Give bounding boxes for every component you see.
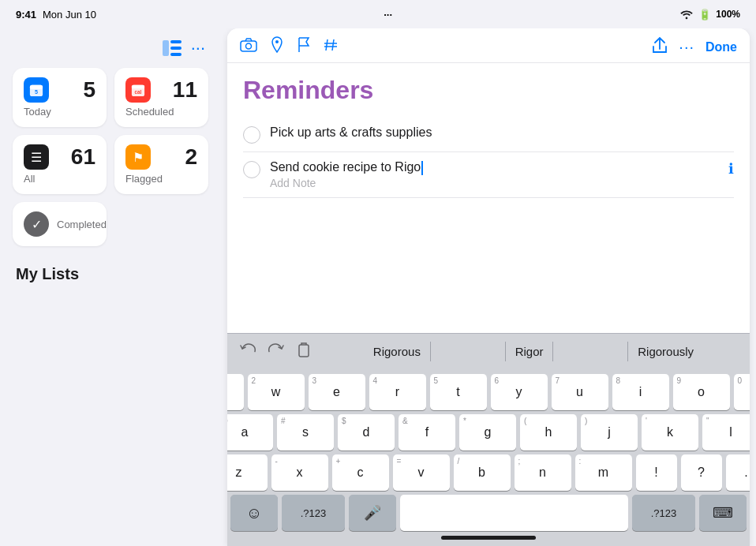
autocomplete-actions <box>237 340 314 363</box>
key-t[interactable]: 5t <box>430 374 487 410</box>
completed-icon: ✓ <box>24 211 49 237</box>
home-indicator <box>441 536 536 540</box>
svg-rect-17 <box>299 345 309 357</box>
camera-icon[interactable] <box>240 38 257 56</box>
all-card[interactable]: ☰ 61 All <box>13 135 107 194</box>
key-k[interactable]: 'k <box>642 414 698 451</box>
sidebar-toggle-icon[interactable] <box>163 40 182 56</box>
svg-rect-10 <box>241 41 256 51</box>
key-exclaim[interactable]: ! <box>636 454 677 491</box>
key-r[interactable]: 4r <box>369 374 426 410</box>
keyboard-row-1: tab 1q 2w 3e 4r 5t 6y 7u 8i 9o 0p delete <box>230 374 747 410</box>
keyboard-row-2: caps lock @a #s $d &f *g (h )j 'k "l ret… <box>230 414 747 451</box>
keyboard-row-3: shift %z -x +c =v /b ;n :m ! ? . shift <box>230 454 747 491</box>
today-count: 5 <box>83 79 95 101</box>
svg-point-11 <box>246 43 252 49</box>
key-v[interactable]: =v <box>393 454 450 491</box>
status-date: Mon Jun 10 <box>43 9 96 21</box>
status-right: 🔋 100% <box>679 9 740 21</box>
scheduled-label: Scheduled <box>125 106 197 118</box>
all-icon: ☰ <box>24 144 49 170</box>
key-p[interactable]: 0p <box>734 374 750 410</box>
completed-card[interactable]: ✓ Completed <box>13 202 107 246</box>
svg-line-14 <box>332 39 334 50</box>
my-lists-label: My Lists <box>13 262 208 286</box>
svg-rect-0 <box>163 40 169 56</box>
smart-lists-grid: 5 5 Today cal 11 Scheduled <box>13 68 208 194</box>
key-n[interactable]: ;n <box>515 454 571 491</box>
key-z[interactable]: %z <box>227 454 268 491</box>
key-q[interactable]: 1q <box>227 374 244 410</box>
suggestion-0[interactable]: Rigorous <box>364 342 431 361</box>
key-d[interactable]: $d <box>338 414 395 451</box>
flag-icon[interactable] <box>297 37 311 57</box>
key-i[interactable]: 8i <box>612 374 669 410</box>
microphone-key[interactable]: 🎤 <box>349 495 396 531</box>
share-icon[interactable] <box>652 36 668 58</box>
key-x[interactable]: -x <box>271 454 328 491</box>
space-key[interactable] <box>400 495 628 531</box>
scheduled-count: 11 <box>173 79 197 101</box>
hashtag-icon[interactable] <box>324 38 338 56</box>
key-l[interactable]: "l <box>702 414 750 451</box>
key-s[interactable]: #s <box>277 414 334 451</box>
key-h[interactable]: (h <box>520 414 577 451</box>
key-a[interactable]: @a <box>227 414 273 451</box>
svg-text:5: 5 <box>35 88 38 95</box>
battery-icon: 🔋 <box>698 9 711 21</box>
key-o[interactable]: 9o <box>673 374 730 410</box>
completed-label: Completed <box>57 219 107 230</box>
emoji-key[interactable]: ☺ <box>230 495 278 531</box>
reminder-text-1: Pick up arts & crafts supplies <box>270 125 734 140</box>
cursor <box>421 161 423 175</box>
undo-button[interactable] <box>237 341 259 362</box>
reminders-title: Reminders <box>243 76 734 105</box>
svg-rect-8 <box>132 85 144 89</box>
today-card[interactable]: 5 5 Today <box>13 68 107 127</box>
location-icon[interactable] <box>270 36 284 58</box>
scheduled-icon: cal <box>125 77 151 103</box>
sidebar: ··· 5 5 Today cal <box>0 28 221 546</box>
status-bar: 9:41 Mon Jun 10 ··· 🔋 100% <box>0 0 756 28</box>
suggestion-1[interactable]: Rigor <box>505 342 554 361</box>
add-note-field[interactable]: Add Note <box>270 177 719 189</box>
key-w[interactable]: 2w <box>248 374 305 410</box>
svg-rect-2 <box>170 47 182 50</box>
num-sym-key-right[interactable]: .?123 <box>632 495 695 531</box>
reminder-checkbox-1[interactable] <box>243 126 260 144</box>
key-m[interactable]: :m <box>575 454 632 491</box>
dot-menu: ··· <box>384 9 392 21</box>
today-icon: 5 <box>24 77 49 103</box>
scheduled-card[interactable]: cal 11 Scheduled <box>114 68 208 127</box>
sidebar-icons: ··· <box>163 38 205 58</box>
today-label: Today <box>24 106 95 118</box>
detail-pane: ··· Done Reminders Pick up arts & crafts… <box>227 28 750 546</box>
info-button-2[interactable]: ℹ <box>728 160 734 178</box>
more-actions-icon[interactable]: ··· <box>679 38 694 56</box>
svg-rect-1 <box>170 40 182 43</box>
paste-button[interactable] <box>294 340 314 363</box>
flagged-card[interactable]: ⚑ 2 Flagged <box>114 135 208 194</box>
wifi-icon <box>679 9 694 20</box>
key-j[interactable]: )j <box>581 414 638 451</box>
sidebar-more-icon[interactable]: ··· <box>191 38 205 58</box>
keyboard: tab 1q 2w 3e 4r 5t 6y 7u 8i 9o 0p delete… <box>227 369 750 546</box>
key-y[interactable]: 6y <box>491 374 548 410</box>
key-u[interactable]: 7u <box>552 374 608 410</box>
reminder-checkbox-2[interactable] <box>243 161 260 178</box>
suggestion-2[interactable]: Rigorously <box>627 342 703 361</box>
hide-keyboard-key[interactable]: ⌨ <box>699 495 747 531</box>
redo-button[interactable] <box>265 341 287 362</box>
key-f[interactable]: &f <box>399 414 455 451</box>
key-e[interactable]: 3e <box>309 374 365 410</box>
key-question[interactable]: ? <box>681 454 722 491</box>
reminder-text-2[interactable]: Send cookie recipe to Rigo <box>270 160 719 175</box>
flagged-icon: ⚑ <box>125 144 151 170</box>
key-g[interactable]: *g <box>459 414 516 451</box>
all-count: 61 <box>71 146 95 168</box>
key-b[interactable]: /b <box>454 454 511 491</box>
key-period[interactable]: . <box>726 454 750 491</box>
done-button[interactable]: Done <box>705 40 737 54</box>
key-c[interactable]: +c <box>332 454 389 491</box>
num-sym-key-left[interactable]: .?123 <box>282 495 345 531</box>
